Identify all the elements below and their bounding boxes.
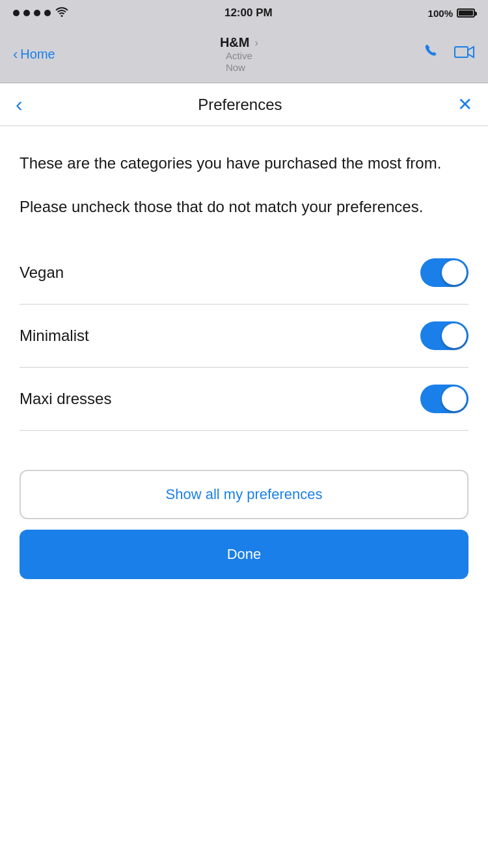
toggle-knob-minimalist <box>442 323 467 348</box>
battery-fill <box>459 10 473 16</box>
preference-label-vegan: Vegan <box>20 264 64 282</box>
toggle-knob-vegan <box>442 260 467 285</box>
status-bar: 12:00 PM 100% <box>0 0 488 26</box>
show-all-preferences-button[interactable]: Show all my preferences <box>20 470 468 519</box>
phone-icon[interactable] <box>423 43 441 66</box>
brand-name: H&M <box>220 35 250 50</box>
preference-item-vegan: Vegan <box>20 241 468 305</box>
nav-chevron-right-icon: › <box>254 37 258 49</box>
battery-area: 100% <box>428 8 475 19</box>
wifi-icon <box>55 6 69 21</box>
toggle-maxi-dresses[interactable] <box>420 385 468 413</box>
signal-dot <box>13 10 20 16</box>
battery-icon <box>457 8 475 18</box>
toggle-vegan[interactable] <box>420 258 468 287</box>
video-icon[interactable] <box>454 44 475 64</box>
active-label: Active <box>226 50 252 61</box>
status-time: 12:00 PM <box>224 7 273 20</box>
preference-label-minimalist: Minimalist <box>20 327 89 345</box>
nav-active-status: Active Now <box>226 50 252 74</box>
home-button[interactable]: ‹ Home <box>13 46 55 63</box>
main-content: These are the categories you have purcha… <box>0 126 488 450</box>
toggle-knob-maxi-dresses <box>442 387 467 411</box>
nav-icons <box>423 43 475 66</box>
bottom-buttons: Show all my preferences Done <box>0 450 488 579</box>
done-button[interactable]: Done <box>20 530 468 579</box>
preferences-list: Vegan Minimalist Maxi dresses <box>20 241 468 431</box>
nav-center: H&M › Active Now <box>220 35 258 74</box>
preference-item-maxi-dresses: Maxi dresses <box>20 368 468 431</box>
preference-label-maxi-dresses: Maxi dresses <box>20 390 111 408</box>
signal-dot <box>23 10 30 16</box>
nav-title-row: H&M › <box>220 35 258 50</box>
preference-item-minimalist: Minimalist <box>20 305 468 368</box>
page-title: Preferences <box>198 96 282 114</box>
toggle-minimalist[interactable] <box>420 321 468 350</box>
now-label: Now <box>226 62 245 73</box>
close-button[interactable]: ✕ <box>457 94 472 115</box>
navigation-bar: ‹ Home H&M › Active Now <box>0 26 488 83</box>
home-label: Home <box>20 47 55 62</box>
description-text: These are the categories you have purcha… <box>20 152 468 218</box>
signal-dot <box>44 10 51 16</box>
back-chevron-icon: ‹ <box>13 46 18 63</box>
signal-area <box>13 6 69 21</box>
svg-rect-0 <box>455 47 468 57</box>
preferences-header: ‹ Preferences ✕ <box>0 83 488 126</box>
battery-percent: 100% <box>428 8 453 19</box>
signal-dot <box>34 10 40 16</box>
back-button[interactable]: ‹ <box>16 92 23 116</box>
